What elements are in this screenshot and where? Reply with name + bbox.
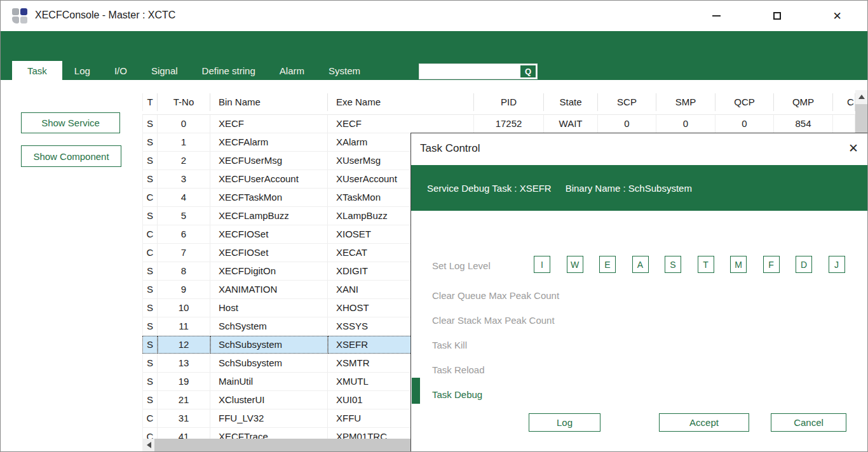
cell-no: 8 — [158, 262, 210, 280]
cell-no: 9 — [158, 281, 210, 298]
column-header-t-no[interactable]: T-No — [158, 93, 210, 111]
show-service-button[interactable]: Show Service — [21, 112, 120, 133]
maximize-icon — [773, 12, 781, 20]
minimize-button[interactable] — [686, 1, 747, 31]
table-header-row: TT-NoBin NameExe NamePIDStateSCPSMPQCPQM… — [142, 93, 855, 111]
log-level-button-w[interactable]: W — [567, 256, 583, 273]
cell-no: 2 — [158, 152, 210, 170]
tab-system[interactable]: System — [316, 61, 372, 81]
search-button[interactable]: Q — [520, 65, 536, 78]
task-control-dialog: Task Control ✕ Service Debug Task : XSEF… — [410, 133, 868, 452]
column-header-smp[interactable]: SMP — [656, 93, 715, 111]
maximize-button[interactable] — [747, 1, 807, 31]
log-level-button-s[interactable]: S — [665, 256, 681, 273]
scroll-up-icon — [858, 95, 865, 99]
cell-state: WAIT — [544, 115, 598, 133]
column-header-c[interactable]: C — [833, 93, 855, 111]
cell-bin: XANIMATION — [210, 281, 328, 298]
menu-item-clear-queue-max-peak-count[interactable]: Clear Queue Max Peak Count — [432, 290, 559, 301]
column-header-pid[interactable]: PID — [474, 93, 544, 111]
log-level-buttons: IWEASTMFDJ — [534, 256, 845, 273]
close-button[interactable]: ✕ — [807, 1, 867, 31]
tab-define-string[interactable]: Define string — [190, 61, 268, 81]
cell-t: S — [142, 299, 158, 317]
log-level-button-a[interactable]: A — [632, 256, 649, 273]
cancel-button[interactable]: Cancel — [771, 413, 846, 432]
log-level-button-m[interactable]: M — [730, 256, 747, 273]
cell-smp: 0 — [656, 115, 715, 133]
show-component-button[interactable]: Show Component — [21, 145, 121, 167]
column-header-exe-name[interactable]: Exe Name — [328, 93, 474, 111]
cell-no: 6 — [158, 225, 210, 243]
log-level-button-f[interactable]: F — [763, 256, 780, 273]
service-debug-task-label: Service Debug Task : XSEFR — [427, 183, 552, 194]
tab-i-o[interactable]: I/O — [102, 61, 139, 81]
cell-t: S — [142, 115, 158, 133]
cell-t: S — [142, 373, 158, 390]
window-title: XECFConsole - Master : XCTC — [35, 10, 175, 21]
cell-no: 1 — [158, 133, 210, 151]
cell-no: 4 — [158, 189, 210, 206]
cell-bin: XECF — [210, 115, 328, 133]
tab-signal[interactable]: Signal — [139, 61, 190, 81]
cell-t: S — [142, 152, 158, 170]
tab-alarm[interactable]: Alarm — [268, 61, 316, 81]
menu-item-task-debug[interactable]: Task Debug — [432, 389, 482, 400]
cell-bin: XECFDigitOn — [210, 262, 328, 280]
cell-t: S — [142, 207, 158, 225]
column-header-t[interactable]: T — [142, 93, 158, 111]
tab-log[interactable]: Log — [62, 61, 102, 81]
cell-bin: SchSystem — [210, 317, 328, 335]
cell-no: 13 — [158, 354, 210, 372]
horizontal-scroll-thumb[interactable] — [154, 439, 412, 452]
dialog-banner: Service Debug Task : XSEFR Binary Name :… — [411, 165, 867, 211]
column-header-qmp[interactable]: QMP — [774, 93, 833, 111]
column-header-qcp[interactable]: QCP — [715, 93, 774, 111]
cell-t: S — [142, 281, 158, 298]
cell-t: S — [142, 317, 158, 335]
accept-button[interactable]: Accept — [659, 413, 749, 432]
cell-bin: XECFLampBuzz — [210, 207, 328, 225]
cell-bin: XECFUserAccount — [210, 170, 328, 188]
set-log-level-label[interactable]: Set Log Level — [432, 260, 491, 271]
app-window: XECFConsole - Master : XCTC ✕ TaskLogI/O… — [0, 0, 868, 452]
cell-bin: XECFUserMsg — [210, 152, 328, 170]
cell-t: C — [142, 409, 158, 427]
window-controls: ✕ — [686, 1, 867, 31]
table-row[interactable]: S0XECFXECF17252WAIT000854 — [142, 115, 855, 133]
cell-bin: XECFTaskMon — [210, 189, 328, 206]
log-button[interactable]: Log — [529, 413, 600, 432]
cell-c — [833, 115, 855, 133]
cell-bin: XECFIOSet — [210, 225, 328, 243]
cell-t: S — [142, 354, 158, 372]
cell-qmp: 854 — [774, 115, 833, 133]
cell-t: S — [142, 262, 158, 280]
log-level-button-t[interactable]: T — [698, 256, 714, 273]
column-header-state[interactable]: State — [544, 93, 598, 111]
menu-item-task-kill[interactable]: Task Kill — [432, 340, 467, 350]
search-input[interactable] — [419, 64, 520, 79]
log-level-button-e[interactable]: E — [599, 256, 616, 273]
cell-bin: SchSubsystem — [210, 354, 328, 372]
cell-no: 19 — [158, 373, 210, 390]
search-icon: Q — [525, 67, 531, 76]
binary-name-label: Binary Name : SchSubsystem — [566, 183, 692, 194]
cell-t: S — [142, 336, 158, 354]
cell-qcp: 0 — [715, 115, 774, 133]
column-header-bin-name[interactable]: Bin Name — [210, 93, 328, 111]
cell-no: 7 — [158, 244, 210, 262]
cell-t: C — [142, 244, 158, 262]
log-level-button-j[interactable]: J — [829, 256, 845, 273]
menu-item-clear-stack-max-peak-count[interactable]: Clear Stack Max Peak Count — [432, 315, 555, 326]
dialog-close-icon[interactable]: ✕ — [848, 141, 858, 156]
cell-bin: SchSubsystem — [210, 336, 328, 354]
tab-task[interactable]: Task — [12, 61, 62, 81]
cell-bin: Host — [210, 299, 328, 317]
cell-bin: XClusterUI — [210, 391, 328, 409]
log-level-button-i[interactable]: I — [534, 256, 550, 273]
log-level-button-d[interactable]: D — [796, 256, 812, 273]
cell-scp: 0 — [598, 115, 656, 133]
column-header-scp[interactable]: SCP — [598, 93, 656, 111]
minimize-icon — [712, 15, 721, 17]
menu-item-task-reload[interactable]: Task Reload — [432, 364, 485, 375]
